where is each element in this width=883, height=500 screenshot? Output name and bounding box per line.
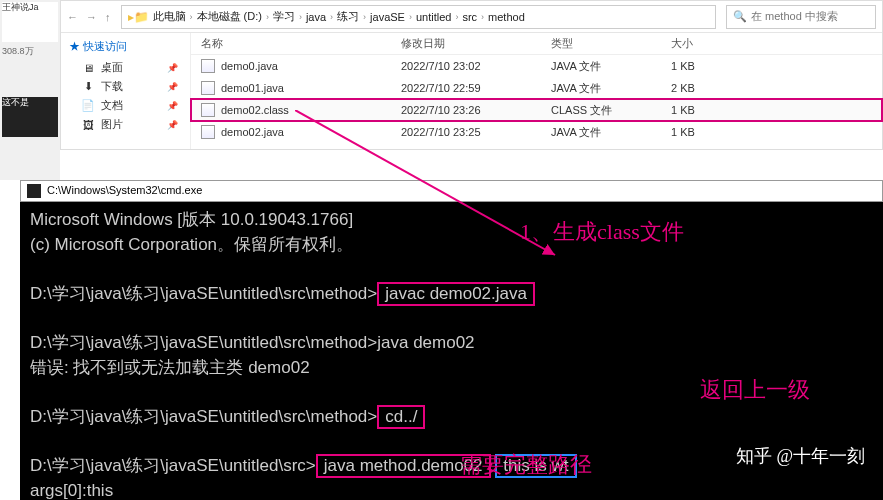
search-placeholder: 在 method 中搜索: [751, 9, 838, 24]
highlight-run: java method.demo02: [316, 454, 491, 478]
nav-item-desktop[interactable]: 🖥桌面📌: [69, 58, 182, 77]
cmd-line: (c) Microsoft Corporation。保留所有权利。: [30, 235, 353, 254]
cmd-title-text: C:\Windows\System32\cmd.exe: [47, 183, 202, 199]
document-icon: 📄: [81, 99, 95, 112]
up-button[interactable]: ↑: [105, 11, 111, 23]
back-button[interactable]: ←: [67, 11, 78, 23]
cmd-prompt: D:\学习\java\练习\javaSE\untitled\src\method…: [30, 407, 377, 426]
file-name: demo01.java: [221, 82, 284, 94]
file-icon: [201, 81, 215, 95]
thumb-sub: 308.8万: [2, 46, 58, 57]
crumb[interactable]: java: [306, 11, 326, 23]
file-icon: [201, 103, 215, 117]
file-size: 1 KB: [671, 60, 751, 72]
file-date: 2022/7/10 22:59: [401, 82, 551, 94]
forward-button[interactable]: →: [86, 11, 97, 23]
crumb[interactable]: 学习: [273, 9, 295, 24]
highlight-compile: javac demo02.java: [377, 282, 535, 306]
col-date[interactable]: 修改日期: [401, 36, 551, 51]
background-window-strip: 王神说Ja 308.8万 这不是: [0, 0, 60, 180]
file-date: 2022/7/10 23:26: [401, 104, 551, 116]
file-row[interactable]: demo02.java2022/7/10 23:25JAVA 文件1 KB: [191, 121, 882, 143]
nav-group-quick-access[interactable]: ★ 快速访问: [69, 39, 182, 54]
cmd-line: java demo02: [377, 333, 474, 352]
download-icon: ⬇: [81, 80, 95, 93]
picture-icon: 🖼: [81, 119, 95, 131]
attribution: 知乎 @十年一刻: [736, 444, 865, 468]
nav-pane: ★ 快速访问 🖥桌面📌 ⬇下载📌 📄文档📌 🖼图片📌: [61, 33, 191, 149]
cmd-icon: [27, 184, 41, 198]
file-list-header[interactable]: 名称 修改日期 类型 大小: [191, 33, 882, 55]
folder-icon: ▸📁: [128, 10, 149, 24]
file-type: JAVA 文件: [551, 81, 671, 96]
file-explorer-window: ← → ↑ ▸📁 此电脑› 本地磁盘 (D:)› 学习› java› 练习› j…: [60, 0, 883, 150]
crumb[interactable]: method: [488, 11, 525, 23]
cmd-prompt: D:\学习\java\练习\javaSE\untitled\src>: [30, 456, 316, 475]
thumb-caption: 这不是: [2, 97, 58, 137]
crumb[interactable]: javaSE: [370, 11, 405, 23]
cmd-line: args[0]:this: [30, 481, 113, 500]
file-name: demo02.java: [221, 126, 284, 138]
crumb[interactable]: 本地磁盘 (D:): [197, 9, 262, 24]
file-name: demo02.class: [221, 104, 289, 116]
crumb[interactable]: 此电脑: [153, 9, 186, 24]
file-size: 1 KB: [671, 126, 751, 138]
search-icon: 🔍: [733, 10, 747, 23]
cmd-line: Microsoft Windows [版本 10.0.19043.1766]: [30, 210, 353, 229]
file-type: CLASS 文件: [551, 103, 671, 118]
crumb[interactable]: 练习: [337, 9, 359, 24]
file-icon: [201, 59, 215, 73]
nav-item-pictures[interactable]: 🖼图片📌: [69, 115, 182, 134]
file-list: 名称 修改日期 类型 大小 demo0.java2022/7/10 23:02J…: [191, 33, 882, 149]
breadcrumb[interactable]: ▸📁 此电脑› 本地磁盘 (D:)› 学习› java› 练习› javaSE›…: [121, 5, 717, 29]
file-row[interactable]: demo0.java2022/7/10 23:02JAVA 文件1 KB: [191, 55, 882, 77]
col-type[interactable]: 类型: [551, 36, 671, 51]
col-name[interactable]: 名称: [201, 36, 401, 51]
pin-icon: 📌: [167, 101, 178, 111]
file-date: 2022/7/10 23:02: [401, 60, 551, 72]
crumb[interactable]: src: [462, 11, 477, 23]
file-row[interactable]: demo02.class2022/7/10 23:26CLASS 文件1 KB: [191, 99, 882, 121]
file-name: demo0.java: [221, 60, 278, 72]
highlight-output: this is wt: [495, 454, 576, 478]
pin-icon: 📌: [167, 82, 178, 92]
col-size[interactable]: 大小: [671, 36, 751, 51]
cmd-titlebar[interactable]: C:\Windows\System32\cmd.exe: [20, 180, 883, 202]
desktop-icon: 🖥: [81, 62, 95, 74]
file-row[interactable]: demo01.java2022/7/10 22:59JAVA 文件2 KB: [191, 77, 882, 99]
file-size: 2 KB: [671, 82, 751, 94]
cmd-error: 错误: 找不到或无法加载主类 demo02: [30, 358, 310, 377]
pin-icon: 📌: [167, 63, 178, 73]
file-type: JAVA 文件: [551, 59, 671, 74]
file-size: 1 KB: [671, 104, 751, 116]
file-date: 2022/7/10 23:25: [401, 126, 551, 138]
file-type: JAVA 文件: [551, 125, 671, 140]
cmd-prompt: D:\学习\java\练习\javaSE\untitled\src\method…: [30, 284, 377, 303]
nav-item-downloads[interactable]: ⬇下载📌: [69, 77, 182, 96]
pin-icon: 📌: [167, 120, 178, 130]
thumb-title: 王神说Ja: [2, 2, 58, 42]
highlight-cd: cd../: [377, 405, 425, 429]
file-icon: [201, 125, 215, 139]
nav-arrows: ← → ↑: [61, 11, 117, 23]
crumb[interactable]: untitled: [416, 11, 451, 23]
explorer-toolbar: ← → ↑ ▸📁 此电脑› 本地磁盘 (D:)› 学习› java› 练习› j…: [61, 1, 882, 33]
search-input[interactable]: 🔍 在 method 中搜索: [726, 5, 876, 29]
cmd-prompt: D:\学习\java\练习\javaSE\untitled\src\method…: [30, 333, 377, 352]
nav-item-documents[interactable]: 📄文档📌: [69, 96, 182, 115]
